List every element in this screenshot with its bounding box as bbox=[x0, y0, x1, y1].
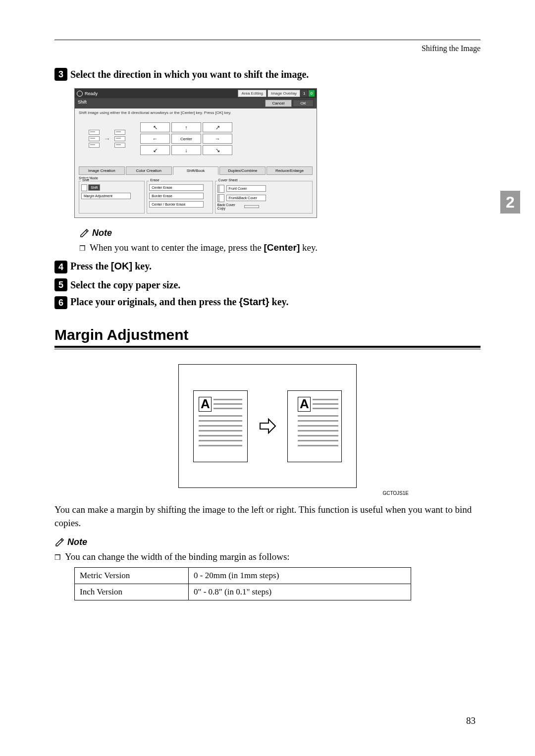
tab-duplex-combine[interactable]: Duplex/Combine bbox=[219, 166, 266, 175]
back-cover-label: Back Cover Copy bbox=[217, 203, 242, 210]
cover-icon bbox=[217, 194, 224, 202]
tab-color-creation[interactable]: Color Creation bbox=[126, 166, 172, 175]
dir-w-button[interactable]: ← bbox=[140, 134, 170, 144]
shift-button[interactable]: Shift bbox=[88, 184, 100, 191]
dir-nw-button[interactable]: ↖ bbox=[140, 122, 170, 132]
note-heading-1: Note bbox=[79, 228, 481, 238]
version-table: Metric Version 0 - 20mm (in 1mm steps) I… bbox=[74, 567, 411, 600]
margin-diagram: A A bbox=[178, 364, 357, 488]
direction-keypad: ↖ ↑ ↗ ← Center → ↙ ↓ ↘ bbox=[140, 122, 232, 155]
center-border-erase-button[interactable]: Center / Border Erase bbox=[149, 201, 204, 208]
cancel-button[interactable]: Cancel bbox=[265, 100, 292, 107]
step-5-badge: 5 bbox=[54, 278, 67, 291]
cover-panel-label: Cover Sheet bbox=[217, 178, 239, 182]
note-text-1: ❒ When you want to center the image, pre… bbox=[79, 242, 481, 253]
step-6-suffix: key. bbox=[269, 296, 289, 307]
dir-ne-button[interactable]: ↗ bbox=[203, 122, 232, 132]
arrow-right-icon: → bbox=[104, 135, 110, 143]
step-3: 3 Select the direction in which you want… bbox=[54, 68, 481, 81]
doc-preview-icon bbox=[89, 130, 100, 135]
body-text: You can make a margin by shifting the im… bbox=[54, 503, 481, 530]
step-6: 6 Place your originals, and then press t… bbox=[54, 296, 481, 309]
dir-sw-button[interactable]: ↙ bbox=[140, 145, 170, 155]
shift-panel: Shift Shift Margin Adjustment bbox=[79, 181, 145, 214]
shift-label: Shift bbox=[78, 100, 87, 107]
center-erase-button[interactable]: Center Erase bbox=[149, 184, 204, 191]
ok-button[interactable]: OK bbox=[293, 100, 314, 107]
note-section-1: Note ❒ When you want to center the image… bbox=[79, 228, 481, 253]
step-3-badge: 3 bbox=[54, 68, 67, 81]
step-4-key: [OK] bbox=[111, 261, 132, 271]
step-5: 5 Select the copy paper size. bbox=[54, 278, 481, 291]
thin-rule bbox=[54, 349, 481, 349]
doc-preview-icon bbox=[114, 143, 125, 148]
dialog-subheader: Shift Cancel OK bbox=[75, 98, 317, 108]
pencil-icon bbox=[79, 228, 89, 238]
step-4-suffix: key. bbox=[132, 261, 152, 271]
header-rule bbox=[54, 40, 481, 40]
dir-e-button[interactable]: → bbox=[203, 134, 232, 144]
tab-reduce-enlarge[interactable]: Reduce/Enlarge bbox=[267, 166, 313, 175]
note-heading-2: Note bbox=[54, 537, 481, 547]
diagram-doc-after: A bbox=[287, 390, 342, 462]
header-title: Shifting the Image bbox=[54, 44, 481, 53]
dir-n-button[interactable]: ↑ bbox=[171, 122, 201, 132]
metric-value: 0 - 20mm (in 1mm steps) bbox=[189, 568, 411, 584]
step-4: 4 Press the [OK] key. bbox=[54, 261, 481, 273]
front-cover-button[interactable]: Front Cover bbox=[226, 185, 266, 192]
note-text-2: ❒ You can change the width of the bindin… bbox=[54, 551, 481, 562]
copy-count-1: 1 bbox=[301, 90, 307, 97]
tab-row: Image Creation Color Creation Shift/Book… bbox=[79, 166, 313, 175]
note-label-1: Note bbox=[92, 228, 112, 238]
area-editing-button[interactable]: Area Editing bbox=[238, 90, 267, 97]
dir-s-button[interactable]: ↓ bbox=[171, 145, 201, 155]
step-4-prefix: Press the bbox=[70, 261, 111, 271]
note-text-1-suffix: key. bbox=[300, 242, 318, 253]
dialog-titlebar: Ready Area Editing Image Overlay 1 0 bbox=[75, 89, 317, 98]
preview-diagram: → bbox=[89, 130, 125, 148]
metric-label: Metric Version bbox=[75, 568, 189, 584]
front-back-cover-button[interactable]: Front&Back Cover bbox=[226, 195, 266, 201]
step-3-text: Select the direction in which you want t… bbox=[70, 68, 309, 80]
erase-panel-label: Erase bbox=[149, 178, 160, 182]
note-text-1-prefix: When you want to center the image, press… bbox=[90, 242, 264, 253]
tab-image-creation[interactable]: Image Creation bbox=[79, 166, 125, 175]
step-4-badge: 4 bbox=[54, 261, 67, 273]
cover-panel: Cover Sheet Front Cover Front&Back Cover… bbox=[215, 181, 313, 214]
note-key-1: [Center] bbox=[264, 242, 300, 253]
tab-shift-book[interactable]: Shift/Book bbox=[173, 166, 219, 175]
note-text-2-content: You can change the width of the binding … bbox=[65, 551, 290, 562]
note-section-2: Note ❒ You can change the width of the b… bbox=[54, 537, 481, 562]
border-erase-button[interactable]: Border Erase bbox=[149, 193, 204, 199]
select-mode-label: Select Mode bbox=[79, 176, 313, 180]
dialog-body: Shift image using either the 8 direction… bbox=[75, 108, 317, 217]
page-number: 83 bbox=[466, 715, 476, 726]
diagram-doc-before: A bbox=[193, 390, 248, 462]
doc-letter-a: A bbox=[199, 397, 212, 412]
step-6-key: {Start} bbox=[239, 296, 269, 307]
section-heading: Margin Adjustment bbox=[54, 326, 481, 343]
ready-label: Ready bbox=[85, 91, 98, 96]
direction-area: → ↖ ↑ ↗ ← Center → ↙ ↓ ↘ bbox=[79, 120, 313, 162]
doc-preview-icon bbox=[89, 143, 100, 148]
inch-label: Inch Version bbox=[75, 584, 189, 600]
ready-icon bbox=[77, 91, 83, 97]
dir-se-button[interactable]: ↘ bbox=[203, 145, 232, 155]
back-cover-button[interactable] bbox=[244, 205, 259, 208]
erase-panel: Erase Center Erase Border Erase Center /… bbox=[147, 181, 213, 214]
doc-preview-icon bbox=[89, 136, 100, 141]
dir-center-button[interactable]: Center bbox=[171, 134, 201, 144]
image-overlay-button[interactable]: Image Overlay bbox=[268, 90, 300, 97]
pencil-icon bbox=[54, 538, 64, 547]
doc-preview-icon bbox=[114, 130, 125, 135]
doc-preview-icon bbox=[114, 136, 125, 141]
copy-count-0: 0 bbox=[309, 90, 315, 97]
bullet-icon: ❒ bbox=[54, 551, 61, 562]
step-6-prefix: Place your originals, and then press the bbox=[70, 296, 239, 307]
margin-adjustment-button[interactable]: Margin Adjustment bbox=[81, 193, 131, 199]
bottom-panel: Shift Shift Margin Adjustment Erase Cent… bbox=[79, 181, 313, 214]
chapter-tab: 2 bbox=[500, 191, 520, 214]
arrow-right-icon bbox=[258, 416, 277, 436]
thick-rule bbox=[54, 346, 481, 348]
diagram-caption: GCTOJS1E bbox=[126, 490, 409, 496]
